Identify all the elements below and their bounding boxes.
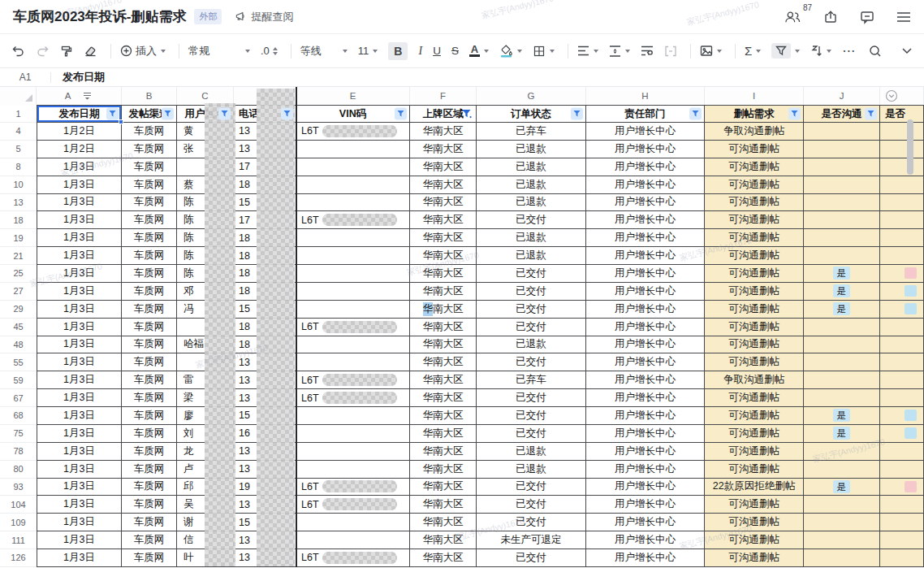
cell-status[interactable]: 已退款 [477,247,586,265]
cell-status[interactable]: 已退款 [477,158,586,176]
cell-status[interactable]: 已退款 [477,443,586,461]
header-cell[interactable]: 责任部门 [586,105,705,123]
cell-channel[interactable]: 车质网 [122,141,177,158]
cell-extra[interactable] [880,176,924,194]
cell-request[interactable]: 可沟通删帖 [705,247,804,265]
font-dropdown[interactable]: 等线 [300,44,348,59]
cell-dept[interactable]: 用户增长中心 [586,265,705,283]
cell-region[interactable]: 华南大区 [410,425,477,443]
cell-dept[interactable]: 用户增长中心 [586,229,705,247]
cell-extra[interactable] [880,123,924,141]
column-letter[interactable]: I [705,87,804,105]
cell-region[interactable]: 华南大区 [410,229,477,247]
cell-status[interactable]: 已交付 [477,549,586,567]
vertical-scrollbar[interactable] [907,119,913,175]
row-number[interactable]: 111 [0,531,37,549]
cell-channel[interactable]: 车质网 [122,479,177,496]
cell-status[interactable]: 已弃车 [477,371,586,389]
cell-contacted[interactable] [804,353,880,371]
cell-date[interactable]: 1月3日 [37,319,122,336]
cell-extra[interactable] [880,283,924,301]
cell-date[interactable]: 1月3日 [37,496,122,514]
cell-channel[interactable]: 车质网 [122,514,177,531]
filter-icon[interactable] [162,108,174,120]
cell-request[interactable]: 可沟通删帖 [705,531,804,549]
cell-request[interactable]: 22款原因拒绝删帖 [705,479,804,496]
column-letter[interactable]: G [477,87,586,105]
row-number[interactable]: 4 [0,123,37,141]
cell-vin[interactable] [296,531,410,549]
row-number[interactable]: 1 [0,105,37,123]
cell-vin[interactable] [296,247,410,265]
cell-date[interactable]: 1月3日 [37,176,122,194]
font-color-button[interactable]: A [469,45,489,57]
cell-region[interactable]: 华南大区 [410,301,477,319]
cell-extra[interactable] [880,194,924,212]
cell-date[interactable]: 1月3日 [37,211,122,229]
cell-request[interactable]: 可沟通删帖 [705,283,804,301]
comments-button[interactable] [860,10,874,24]
cell-extra[interactable] [880,301,924,319]
cell-channel[interactable]: 车质网 [122,496,177,514]
cell-region[interactable]: 华南大区 [410,194,477,212]
cell-extra[interactable] [880,319,924,336]
row-number[interactable]: 68 [0,407,37,425]
cell-date[interactable]: 1月3日 [37,265,122,283]
cell-status[interactable]: 已弃车 [477,123,586,141]
row-number[interactable]: 109 [0,514,37,531]
cell-dept[interactable]: 用户增长中心 [586,496,705,514]
cell-extra[interactable] [880,389,924,407]
bold-button[interactable]: B [388,42,408,60]
cell-dept[interactable]: 用户增长中心 [586,407,705,425]
horizontal-align-button[interactable] [577,46,598,56]
italic-button[interactable]: I [418,45,422,58]
cell-extra[interactable] [880,425,924,443]
cell-dept[interactable]: 用户增长中心 [586,479,705,496]
cell-date[interactable]: 1月3日 [37,353,122,371]
row-number[interactable]: 21 [0,247,37,265]
cell-date[interactable]: 1月3日 [37,389,122,407]
cell-status[interactable]: 已交付 [477,514,586,531]
cell-dept[interactable]: 用户增长中心 [586,549,705,567]
cell-dept[interactable]: 用户增长中心 [586,425,705,443]
cell-status[interactable]: 已退款 [477,229,586,247]
remind-button[interactable]: 提醒查阅 [235,10,293,24]
cell-region[interactable]: 华南大区 [410,265,477,283]
cell-date[interactable]: 1月3日 [37,229,122,247]
row-number[interactable]: 104 [0,496,37,514]
cell-channel[interactable]: 车质网 [122,194,177,212]
cell-contacted[interactable] [804,461,880,479]
stepper-arrows-icon[interactable] [273,47,278,55]
row-number[interactable]: 55 [0,353,37,371]
header-cell[interactable]: 是否 [880,105,924,123]
cell-date[interactable]: 1月3日 [37,283,122,301]
filter-toolbar-button[interactable] [771,43,800,59]
cell-channel[interactable]: 车质网 [122,389,177,407]
column-letter[interactable]: J [804,87,880,105]
menu-button[interactable] [896,11,911,23]
cell-extra[interactable] [880,461,924,479]
cell-extra[interactable] [880,443,924,461]
cell-region[interactable]: 华南大区 [410,514,477,531]
cell-request[interactable]: 可沟通删帖 [705,141,804,158]
cell-channel[interactable]: 车质网 [122,531,177,549]
cell-channel[interactable]: 车质网 [122,158,177,176]
cell-vin[interactable]: L6T [296,211,410,229]
column-letter[interactable]: H [586,87,705,105]
cell-contacted[interactable] [804,514,880,531]
cell-date[interactable]: 1月3日 [37,479,122,496]
decimal-stepper[interactable]: .0 [261,45,278,57]
filter-icon[interactable] [788,108,801,120]
cell-channel[interactable]: 车质网 [122,265,177,283]
cell-dept[interactable]: 用户增长中心 [586,301,705,319]
cell-extra[interactable] [880,531,924,549]
cell-dept[interactable]: 用户增长中心 [586,123,705,141]
cell-date[interactable]: 1月3日 [37,407,122,425]
formula-value[interactable]: 发布日期 [63,70,105,85]
cell-request[interactable]: 可沟通删帖 [705,496,804,514]
row-number[interactable]: 5 [0,141,37,158]
vertical-align-button[interactable] [609,46,630,57]
cell-extra[interactable] [880,514,924,531]
cell-request[interactable]: 可沟通删帖 [705,194,804,212]
doc-title[interactable]: 车质网2023年投诉-删贴需求 [13,7,186,26]
